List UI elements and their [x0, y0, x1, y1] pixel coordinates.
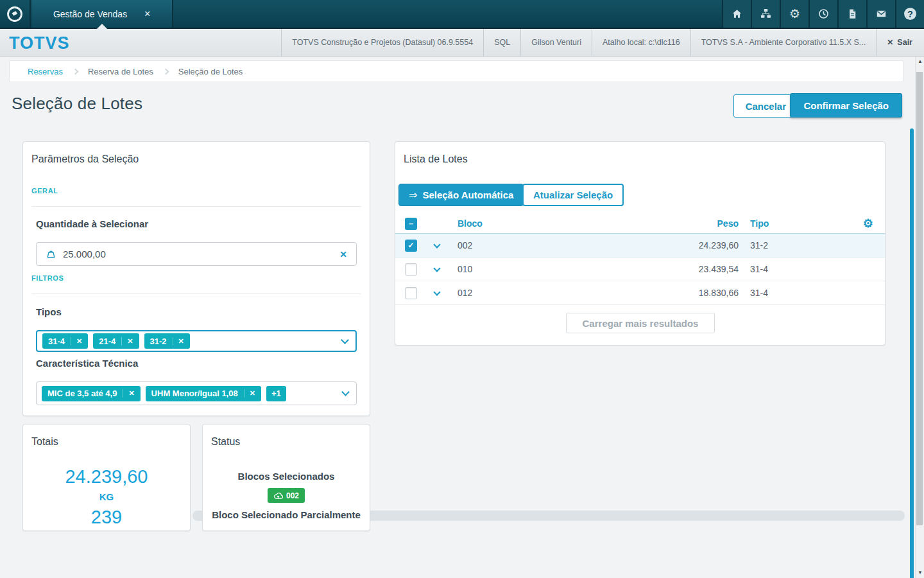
caracteristica-multiselect[interactable]: MIC de 3,5 até 4,9 ✕ UHM Menor/Igual 1,0…	[36, 381, 357, 405]
parameters-title: Parâmetros da Seleção	[31, 153, 139, 165]
tipos-multiselect[interactable]: 31-4 ✕ 21-4 ✕ 31-2 ✕	[36, 330, 357, 352]
tag-label: MIC de 3,5 até 4,9	[47, 389, 117, 398]
totals-title: Totais	[31, 436, 58, 448]
column-header-bloco[interactable]: Bloco	[458, 218, 573, 229]
tag-close-icon[interactable]: ✕	[71, 337, 82, 346]
documents-button[interactable]	[837, 0, 866, 28]
lots-list-title: Lista de Lotes	[404, 153, 468, 165]
row-checkbox-unchecked[interactable]	[405, 263, 417, 276]
quantity-label: Quantidade à Selecionar	[36, 218, 148, 229]
clock-icon	[817, 8, 830, 20]
clear-icon[interactable]: ✕	[339, 249, 347, 259]
parameters-panel: Parâmetros da Seleção GERAL Quantidade à…	[22, 141, 370, 416]
tag-close-icon[interactable]: ✕	[121, 337, 133, 346]
tag-close-icon[interactable]: ✕	[123, 389, 134, 398]
cell-bloco: 010	[458, 264, 573, 274]
total-count-value: 239	[23, 505, 190, 529]
logout-label: Sair	[897, 38, 912, 47]
tag-caracteristica[interactable]: UHM Menor/Igual 1,08 ✕	[146, 386, 261, 401]
select-all-checkbox[interactable]: –	[405, 218, 417, 230]
row-expand-toggle[interactable]	[430, 244, 444, 247]
tag-tipo[interactable]: 21-4 ✕	[93, 333, 139, 349]
row-expand-toggle[interactable]	[430, 292, 444, 295]
cell-tipo: 31-4	[750, 288, 795, 298]
env-user-label: Gilson Venturi	[520, 29, 592, 56]
scroll-up-arrow[interactable]: ▲	[916, 57, 924, 67]
breadcrumb-item-selecao-de-lotes: Seleção de Lotes	[178, 67, 243, 76]
breadcrumb: Reservas Reserva de Lotes Seleção de Lot…	[9, 60, 903, 82]
table-header-row: – Bloco Peso Tipo ⚙	[395, 214, 885, 234]
status-badge-value: 002	[286, 491, 299, 500]
breadcrumb-item-reservas[interactable]: Reservas	[28, 67, 63, 76]
cancel-button[interactable]: Cancelar	[733, 94, 798, 118]
tipos-label: Tipos	[36, 306, 62, 317]
column-header-tipo[interactable]: Tipo	[750, 218, 795, 229]
totals-panel: Totais 24.239,60 KG 239	[22, 424, 191, 531]
refresh-selection-button[interactable]: Atualizar Seleção	[522, 184, 624, 206]
vertical-scrollbar-thumb[interactable]	[916, 72, 923, 525]
quantity-input[interactable]: 25.000,00 ✕	[36, 242, 357, 266]
lots-list-panel: Lista de Lotes ⇒ Seleção Automática Atua…	[395, 141, 886, 346]
clock-button[interactable]	[809, 0, 837, 28]
app-vertical-scrollbar-thumb[interactable]	[910, 128, 914, 578]
cell-peso: 23.439,54	[573, 264, 739, 274]
home-button[interactable]	[722, 0, 751, 28]
chevron-right-icon	[72, 68, 78, 74]
environment-info-group: TOTVS Construção e Projetos (Datasul) 06…	[281, 29, 919, 56]
tag-label: 31-2	[150, 337, 167, 346]
env-database-label: SQL	[483, 29, 520, 56]
table-row[interactable]: 012 18.830,66 31-4	[395, 281, 885, 305]
tag-close-icon[interactable]: ✕	[173, 337, 184, 346]
home-icon	[731, 8, 743, 20]
tab-close-icon[interactable]: ✕	[144, 9, 151, 19]
help-icon: ?	[904, 8, 916, 20]
row-expand-toggle[interactable]	[430, 268, 444, 271]
confirm-selection-button[interactable]: Confirmar Seleção	[790, 93, 902, 118]
tag-tipo[interactable]: 31-4 ✕	[42, 333, 88, 349]
close-icon: ✕	[887, 38, 893, 47]
check-icon: ✓	[407, 241, 414, 250]
tag-tipo[interactable]: 31-2 ✕	[144, 333, 190, 349]
settings-button[interactable]: ⚙	[780, 0, 809, 28]
row-checkbox-unchecked[interactable]	[405, 287, 417, 299]
total-weight-value: 24.239,60	[23, 464, 190, 489]
chevron-right-icon	[162, 68, 169, 74]
table-row[interactable]: 010 23.439,54 31-4	[395, 258, 885, 281]
mail-button[interactable]	[866, 0, 895, 28]
top-app-bar: Gestão de Vendas ✕ ⚙	[0, 0, 924, 29]
cell-tipo: 31-2	[750, 240, 795, 250]
status-badge: 002	[268, 488, 305, 503]
table-settings-gear-icon[interactable]: ⚙	[859, 216, 873, 231]
tag-caracteristica[interactable]: MIC de 3,5 até 4,9 ✕	[42, 386, 141, 401]
cell-tipo: 31-4	[750, 264, 795, 274]
auto-selection-button[interactable]: ⇒ Seleção Automática	[398, 184, 524, 206]
tab-title: Gestão de Vendas	[53, 9, 127, 19]
totvs-logo-button[interactable]	[0, 0, 31, 28]
load-more-button[interactable]: Carregar mais resultados	[566, 313, 715, 333]
divider	[31, 293, 361, 294]
scroll-down-arrow[interactable]: ▼	[916, 568, 924, 578]
more-tags-badge[interactable]: +1	[266, 386, 286, 401]
section-general-label: GERAL	[31, 187, 58, 195]
row-checkbox-checked[interactable]: ✓	[405, 240, 417, 252]
column-header-peso[interactable]: Peso	[573, 218, 739, 229]
chevron-down-icon[interactable]	[341, 388, 350, 396]
cell-bloco: 002	[458, 240, 573, 250]
env-company-label: TOTVS S.A - Ambiente Corporativo 11.5.X …	[690, 29, 877, 56]
env-shortcut-label: Atalho local: c:\dlc116	[592, 29, 690, 56]
tag-close-icon[interactable]: ✕	[244, 389, 255, 398]
table-row[interactable]: ✓ 002 24.239,60 31-2	[395, 234, 885, 258]
arrow-right-icon: ⇒	[409, 189, 417, 201]
logout-button[interactable]: ✕ Sair	[876, 29, 919, 56]
topbar-icon-group: ⚙ ?	[722, 0, 924, 28]
page-title: Seleção de Lotes	[12, 94, 142, 114]
chevron-down-icon[interactable]	[341, 336, 349, 344]
mail-icon	[875, 8, 887, 20]
cell-bloco: 012	[458, 288, 573, 298]
help-button[interactable]: ?	[895, 0, 924, 28]
chevron-down-icon	[433, 241, 440, 248]
breadcrumb-item-reserva-de-lotes[interactable]: Reserva de Lotes	[88, 67, 153, 76]
sitemap-button[interactable]	[751, 0, 780, 28]
brand-bar: TOTVS TOTVS Construção e Projetos (Datas…	[0, 29, 924, 57]
status-panel: Status Blocos Selecionados 002 Bloco Sel…	[202, 424, 370, 531]
